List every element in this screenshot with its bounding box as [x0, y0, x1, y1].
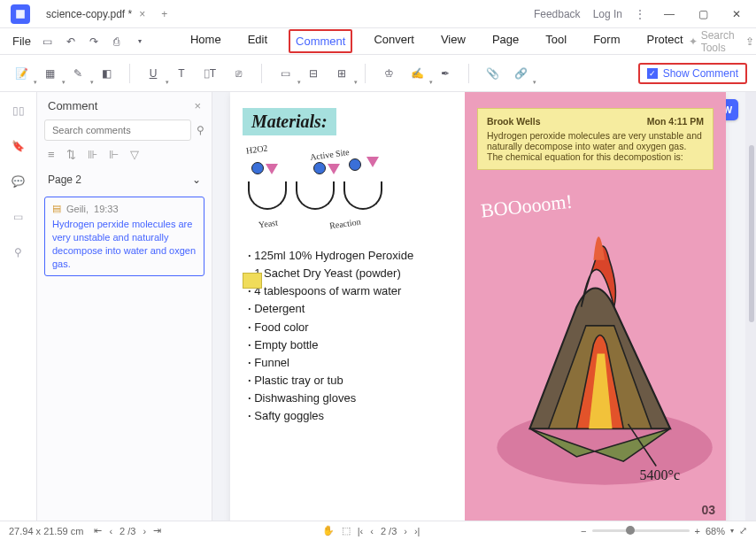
- save-icon[interactable]: ▭: [38, 32, 58, 51]
- page-indicator[interactable]: 2 /3: [120, 526, 135, 536]
- scrollbar-thumb[interactable]: [749, 145, 754, 322]
- link-tool[interactable]: 🔗▾: [508, 63, 533, 84]
- file-menu[interactable]: File: [5, 35, 38, 48]
- comments-panel-icon[interactable]: 💬: [9, 172, 28, 191]
- nav-first-icon[interactable]: |‹: [358, 526, 364, 536]
- thumbnails-icon[interactable]: ▯▯: [9, 101, 28, 120]
- activity-bar: ▯▯ 🔖 💬 ▭ ⚲: [0, 92, 37, 521]
- select-tool-icon[interactable]: ⬚: [342, 525, 351, 536]
- menu-convert[interactable]: Convert: [368, 29, 420, 53]
- stamp2-tool[interactable]: ♔: [376, 63, 401, 84]
- zoom-dropdown-icon[interactable]: ▾: [730, 527, 734, 535]
- more-icon[interactable]: ⋮: [635, 8, 646, 20]
- menu-bar: File ▭ ↶ ↷ ⎙ ▾ Home Edit Comment Convert…: [0, 28, 756, 55]
- tab-title: science-copy.pdf *: [46, 8, 132, 20]
- page-dimensions: 27.94 x 21.59 cm: [9, 526, 83, 536]
- search-comments-input[interactable]: [44, 120, 191, 141]
- page-number: 03: [701, 503, 715, 517]
- materials-list: 125ml 10% Hydrogen Peroxide 1 Sachet Dry…: [243, 247, 452, 425]
- search-panel-icon[interactable]: ⚲: [9, 243, 28, 262]
- minimize-button[interactable]: —: [659, 4, 680, 25]
- filter-icon[interactable]: ▽: [130, 148, 139, 161]
- scrollbar-track[interactable]: [745, 92, 756, 521]
- checkbox-icon: ✓: [647, 68, 658, 79]
- print-dropdown-icon[interactable]: ▾: [130, 32, 150, 51]
- zoom-level[interactable]: 68%: [706, 526, 725, 536]
- attach-tool[interactable]: 📎: [480, 63, 505, 84]
- undo-icon[interactable]: ↶: [61, 32, 81, 51]
- stamp-tool[interactable]: ⊟: [301, 63, 326, 84]
- menu-protect[interactable]: Protect: [641, 29, 688, 53]
- attachments-icon[interactable]: ▭: [9, 207, 28, 227]
- nav-page[interactable]: 2 /3: [381, 526, 397, 536]
- prev-page-icon[interactable]: ‹: [109, 526, 112, 536]
- comment-text: Hydrogen perxide molecules are very unst…: [52, 218, 197, 270]
- zoom-slider[interactable]: [592, 529, 690, 532]
- expand-icon[interactable]: ⊪: [88, 148, 97, 161]
- sort2-icon[interactable]: ⇅: [66, 148, 76, 161]
- shape-tool[interactable]: ▭▾: [273, 63, 297, 84]
- comment-time: 19:33: [94, 204, 119, 214]
- close-tab-icon[interactable]: ×: [139, 8, 145, 20]
- fit-screen-icon[interactable]: ⤢: [739, 525, 747, 536]
- hand-tool-icon[interactable]: ✋: [322, 525, 335, 536]
- sticky-author: Brook Wells: [487, 116, 541, 127]
- feedback-link[interactable]: Feedback: [534, 8, 581, 20]
- sticky-note-marker[interactable]: [243, 273, 262, 289]
- underline-tool[interactable]: U▾: [141, 63, 166, 84]
- pencil-tool[interactable]: ✎▾: [66, 63, 90, 84]
- sticky-body: Hydrogen peroxide molecules are very uns…: [487, 130, 704, 162]
- zoom-out-icon[interactable]: −: [581, 526, 586, 536]
- sticky-time: Mon 4:11 PM: [647, 116, 704, 127]
- share-icon[interactable]: ⇪: [745, 35, 754, 48]
- sort-icon[interactable]: ≡: [48, 148, 55, 161]
- page-section-header[interactable]: Page 2 ⌄: [37, 168, 212, 191]
- close-panel-icon[interactable]: ×: [194, 99, 201, 112]
- menu-comment[interactable]: Comment: [289, 29, 352, 53]
- show-comment-toggle[interactable]: ✓ Show Comment: [638, 63, 747, 84]
- document-view[interactable]: W Materials: H2O2 Active Site Yeast Reac…: [212, 92, 756, 521]
- sticky-popup[interactable]: Brook WellsMon 4:11 PM Hydrogen peroxide…: [477, 108, 714, 170]
- text-tool[interactable]: T: [169, 63, 194, 84]
- menu-tool[interactable]: Tool: [540, 29, 572, 53]
- maximize-button[interactable]: ▢: [692, 4, 714, 25]
- document-tab[interactable]: science-copy.pdf * ×: [37, 4, 154, 24]
- login-link[interactable]: Log In: [593, 8, 622, 20]
- note-tool[interactable]: 📝▾: [9, 63, 34, 84]
- print-icon[interactable]: ⎙: [107, 32, 127, 51]
- textbox-tool[interactable]: ⌷T: [197, 63, 222, 84]
- signature-tool[interactable]: ✍▾: [405, 63, 429, 84]
- highlight-tool[interactable]: ▦▾: [37, 63, 62, 84]
- eraser-tool[interactable]: ◧: [94, 63, 119, 84]
- ribbon: 📝▾ ▦▾ ✎▾ ◧ U▾ T ⌷T ⎚ ▭▾ ⊟ ⊞▾ ♔ ✍▾ ✒ 📎 🔗▾…: [0, 55, 756, 92]
- menu-page[interactable]: Page: [487, 29, 524, 53]
- chevron-down-icon: ⌄: [192, 174, 201, 186]
- nav-next-icon[interactable]: ›: [404, 526, 407, 536]
- menu-form[interactable]: Form: [588, 29, 625, 53]
- menu-edit[interactable]: Edit: [243, 29, 273, 53]
- comment-card[interactable]: ▤ Geili, 19:33 Hydrogen perxide molecule…: [44, 197, 204, 276]
- first-page-icon[interactable]: ⇤: [94, 525, 102, 536]
- redo-icon[interactable]: ↷: [84, 32, 104, 51]
- callout-tool[interactable]: ⎚: [226, 63, 251, 84]
- reaction-diagram: H2O2 Active Site Yeast Reaction: [243, 148, 452, 236]
- menu-view[interactable]: View: [436, 29, 471, 53]
- menu-home[interactable]: Home: [185, 29, 227, 53]
- menu-items: Home Edit Comment Convert View Page Tool…: [185, 29, 689, 53]
- next-page-icon[interactable]: ›: [143, 526, 146, 536]
- last-page-icon[interactable]: ⇥: [153, 525, 161, 536]
- collapse-icon[interactable]: ⊩: [109, 148, 119, 161]
- comment-author: Geili,: [66, 204, 89, 214]
- search-icon[interactable]: ⚲: [197, 124, 204, 136]
- nav-prev-icon[interactable]: ‹: [370, 526, 374, 536]
- zoom-in-icon[interactable]: +: [695, 526, 700, 536]
- new-tab-button[interactable]: +: [154, 4, 174, 24]
- app-logo: [11, 4, 30, 24]
- status-bar: 27.94 x 21.59 cm ⇤ ‹ 2 /3 › ⇥ ✋ ⬚ |‹ ‹ 2…: [0, 521, 756, 540]
- signature2-tool[interactable]: ✒: [433, 63, 458, 84]
- search-tools[interactable]: ✦Search Tools: [689, 29, 735, 54]
- close-window-button[interactable]: ✕: [726, 4, 747, 25]
- nav-last-icon[interactable]: ›|: [414, 526, 420, 536]
- measure-tool[interactable]: ⊞▾: [329, 63, 354, 84]
- bookmarks-icon[interactable]: 🔖: [9, 136, 28, 156]
